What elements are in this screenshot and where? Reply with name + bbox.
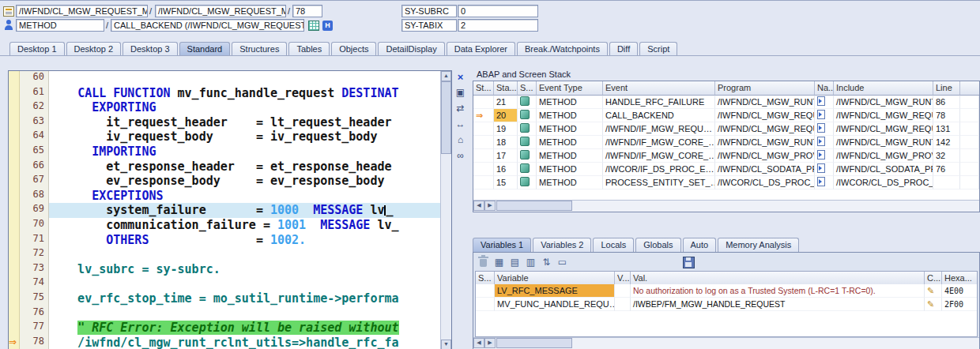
code-line[interactable]: ev_response_body = ev_response_body [49,174,440,189]
scroll-right-button[interactable]: ▶ [484,338,496,348]
code-line[interactable]: EXCEPTIONS [49,189,440,204]
stack-row[interactable]: 18METHOD/IWFND/IF_MGW_CORE_…/IWFND/CL_MG… [473,136,979,149]
sy-tabix-label-field[interactable]: SY-TABIX [401,19,457,32]
navigate-icon[interactable] [817,123,825,133]
tab-objects[interactable]: Objects [331,42,376,56]
tab-variables-2[interactable]: Variables 2 [533,238,591,252]
stack-column-header[interactable]: Program [715,81,815,96]
stack-column-header[interactable]: Include [834,81,933,96]
stack-row[interactable]: 17METHOD/IWFND/IF_MGW_CORE_…/IWFND/CL_MG… [473,149,979,163]
stack-row[interactable]: ⇒20METHODCALL_BACKEND/IWFND/CL_MGW_REQU…… [473,109,979,122]
stack-column-header[interactable]: Event [603,81,715,96]
stack-row[interactable]: 19METHOD/IWFND/IF_MGW_REQU…/IWFND/CL_MGW… [473,122,979,136]
code-line[interactable]: iv_request_body = iv_request_body [49,129,440,144]
horizontal-resize-icon[interactable]: ↔ [454,118,467,130]
swap-layout-icon[interactable]: ⇄ [454,102,467,114]
stack-column-header[interactable]: Event Type [537,81,603,96]
scroll-up-button[interactable]: ▲ [441,71,451,81]
sy-subrc-label-field[interactable]: SY-SUBRC [401,5,457,17]
include-field[interactable]: /IWFND/CL_MGW_REQUEST_MANAGER… [155,5,286,17]
tab-tables[interactable]: Tables [288,42,330,56]
tab-variables-1[interactable]: Variables 1 [473,238,531,252]
editor-vscroll[interactable]: ▲▼ [440,71,451,349]
code-line[interactable]: IMPORTING [49,144,440,159]
navigate-icon[interactable] [817,177,825,186]
navigate-icon[interactable] [817,96,825,106]
table-layout-icon[interactable]: ▦ [492,255,506,268]
tab-structures[interactable]: Structures [232,42,287,56]
code-line[interactable] [49,247,440,262]
tab-desktop-3[interactable]: Desktop 3 [122,42,178,56]
variable-row[interactable]: LV_RFC_MESSAGENo authorization to log on… [476,284,977,298]
scroll-left-button[interactable]: ◀ [473,201,484,211]
scrollbar-thumb[interactable] [496,338,572,348]
navigate-icon[interactable] [817,137,825,146]
tab-auto[interactable]: Auto [683,238,717,252]
stack-row[interactable]: 16METHOD/IWCOR/IF_DS_PROC_E…/IWFND/CL_SO… [473,163,979,176]
code-line[interactable]: ev_rfc_stop_time = mo_sutil_runtime->per… [49,291,440,306]
scroll-left-button[interactable]: ◀ [473,338,484,348]
variables-hscroll[interactable]: ◀▶ [473,337,979,349]
event-type-field[interactable]: METHOD [16,19,104,32]
sy-subrc-value-field[interactable]: 0 [458,5,538,17]
scroll-down-button[interactable]: ▼ [441,340,451,349]
table-contents-icon[interactable] [307,20,319,32]
navigate-icon[interactable] [817,110,825,119]
tab-break-watchpoints[interactable]: Break./Watchpoints [517,42,608,56]
code-line[interactable]: CALL FUNCTION mv_func_handle_request DES… [49,86,440,101]
tab-locals[interactable]: Locals [593,238,634,252]
stack-row[interactable]: 15METHODPROCESS_ENTITY_SET_…/IWCOR/CL_DS… [473,176,979,190]
tab-data-explorer[interactable]: Data Explorer [447,42,515,56]
delete-variables-icon[interactable] [477,255,490,268]
tab-script[interactable]: Script [639,42,677,56]
stack-column-header[interactable]: St... [473,81,494,96]
stack-row[interactable]: 21METHODHANDLE_RFC_FAILURE/IWFND/CL_MGW_… [473,96,979,109]
header-badge-icon[interactable]: H [322,20,334,32]
pencil-icon[interactable]: ✎ [927,299,934,309]
tab-detaildisplay[interactable]: DetailDisplay [378,42,444,56]
code-line[interactable]: EXPORTING [49,100,440,115]
services-icon[interactable]: ▭ [556,255,569,268]
goto-statement-icon[interactable]: ⌂ [454,133,467,146]
code-line[interactable] [49,276,440,291]
services-icon[interactable]: ▣ [454,86,467,99]
pencil-icon[interactable]: ✎ [927,286,934,295]
editor-code[interactable]: CALL FUNCTION mv_func_handle_request DES… [49,71,440,349]
code-editor[interactable]: ⇒ 60616263646566676869707172737475767778… [8,70,452,349]
save-button[interactable] [682,256,695,269]
stack-column-header[interactable]: Sta... [494,81,518,96]
code-line[interactable]: communication_failure = 1001 MESSAGE lv_ [49,218,440,233]
code-line[interactable]: /iwfnd/cl_mgw_runt_rclnt_utils=>handle_r… [49,336,440,349]
variable-row[interactable]: MV_FUNC_HANDLE_REQU…/IWBEP/FM_MGW_HANDLE… [476,298,977,311]
tab-globals[interactable]: Globals [635,238,680,252]
navigate-icon[interactable] [817,163,825,173]
line-number-field[interactable]: 78 [292,5,322,17]
stack-hscroll[interactable]: ◀▶ [473,200,979,212]
tab-desktop-2[interactable]: Desktop 2 [66,42,122,56]
scrollbar-thumb[interactable] [441,81,451,154]
scrollbar-thumb[interactable] [496,201,572,211]
scroll-right-button[interactable]: ▶ [484,201,496,211]
event-field[interactable]: CALL_BACKEND (/IWFND/CL_MGW_REQUEST_MANA… [111,19,304,32]
code-line[interactable]: " RFC Error: Exception will be raised wi… [49,321,440,336]
select-columns-icon[interactable]: ▥ [524,255,537,268]
sy-tabix-value-field[interactable]: 2 [458,19,538,32]
tab-desktop-1[interactable]: Desktop 1 [9,42,65,56]
sort-icon[interactable]: ⇅ [540,255,553,268]
program-field[interactable]: /IWFND/CL_MGW_REQUEST_MANAGER… [16,5,148,17]
code-line[interactable] [49,71,440,86]
tab-standard[interactable]: Standard [179,42,231,56]
code-line[interactable]: lv_subrc = sy-subrc. [49,262,440,277]
watchpoint-icon[interactable]: ∞ [454,149,467,162]
stack-column-header[interactable]: S... [518,81,537,96]
code-line[interactable]: it_request_header = lt_request_header [49,115,440,130]
stack-column-header[interactable]: Na... [815,81,834,96]
tab-diff[interactable]: Diff [609,42,638,56]
close-icon[interactable]: × [454,70,467,83]
tab-memory-analysis[interactable]: Memory Analysis [718,238,799,252]
stack-column-header[interactable]: Line [933,81,960,96]
code-line[interactable]: system_failure = 1000 MESSAGE lv_ [49,203,440,218]
code-line[interactable]: OTHERS = 1002. [49,233,440,248]
navigate-icon[interactable] [817,150,825,159]
code-line[interactable] [49,306,440,321]
